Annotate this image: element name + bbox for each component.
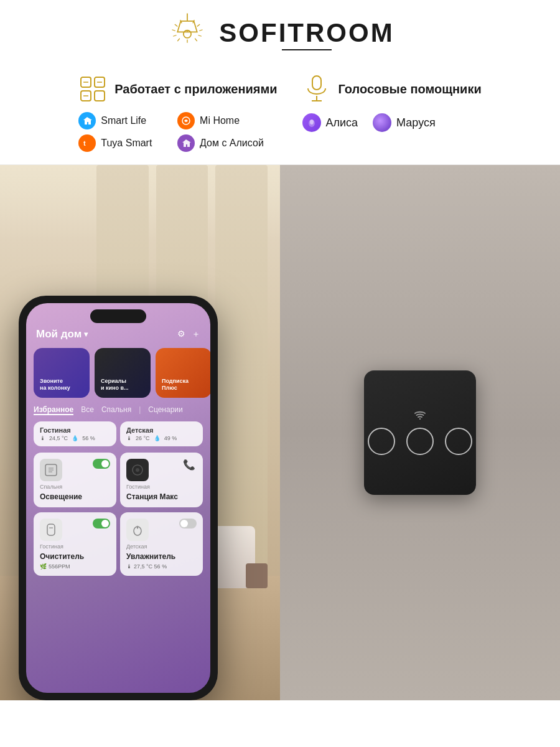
phone-card-1-label: Звоните на колонку [37,375,73,394]
voice-title-row: Голосовые помощники [302,75,482,103]
mi-home-icon [177,112,195,129]
svg-rect-35 [47,524,55,535]
mi-home-label: Mi Home [200,115,240,126]
brand-name: SOFITROOM [219,18,394,48]
phone-tabs: Избранное Все Спальня | Сценарии [26,400,210,418]
device-purifier[interactable]: Гостиная Очиститель 🌿 556PPM [34,512,116,576]
phone-card-2[interactable]: Сериалы и кино в... [95,348,151,398]
device-station-top: 📞 [126,459,197,481]
svg-line-7 [174,35,177,37]
switch-button-2[interactable] [406,428,434,455]
device-station-icon [126,459,149,481]
alisa-icon [302,113,321,132]
switch-buttons-row [368,428,472,455]
room-card-kids[interactable]: Детская 🌡 26 °C 💧 49 % [120,421,203,446]
humidifier-toggle[interactable] [179,519,197,529]
device-lighting-top [40,459,110,481]
voice-items: Алиса Маруся [302,113,436,132]
marusa-label: Маруся [396,116,436,129]
phone-room-cards: Гостиная 🌡 24,5 °C 💧 56 % Детская [26,418,210,450]
humidifier-sensor: 🌡 27,5 °C 56 % [126,563,197,570]
settings-icon[interactable]: ⚙ [177,329,185,340]
svg-line-8 [198,35,202,37]
dom-label: Дом с Алисой [200,138,264,149]
purifier-name: Очиститель [40,552,110,561]
smart-life-icon [78,112,96,129]
room-living-stats: 🌡 24,5 °C 💧 56 % [40,435,110,441]
voice-block: Голосовые помощники Алиса Маруся [302,75,482,132]
tab-separator: | [139,405,141,415]
app-mi-home: Mi Home [177,112,264,129]
phone-card-3[interactable]: Подписка Плюс [156,348,210,398]
voice-marusa: Маруся [373,113,436,132]
svg-line-9 [172,30,175,31]
main-bottom: Мой дом ▾ ⚙ ＋ Звоните на колонку [0,165,560,700]
svg-line-5 [178,39,180,41]
voice-title: Голосовые помощники [338,82,482,96]
switch-button-3[interactable] [445,428,472,455]
svg-text:t: t [83,139,86,147]
switch-button-1[interactable] [368,428,395,455]
device-station[interactable]: 📞 Гостиная Станция Макс [120,453,203,507]
room-kids-title: Детская [126,426,197,434]
apps-title: Работает с приложениями [114,82,277,96]
room-living-title: Гостиная [40,426,110,434]
mic-feature-icon [302,75,331,103]
room-card-living[interactable]: Гостиная 🌡 24,5 °C 💧 56 % [34,421,116,446]
right-panel [280,165,560,700]
device-humidifier-top [126,519,197,541]
switch-wifi-icon [414,411,426,421]
tuya-label: Tuya Smart [101,138,152,149]
svg-line-12 [197,24,200,27]
wall-panel-3 [215,165,268,576]
room-kids-stats: 🌡 26 °C 💧 49 % [126,435,197,441]
brand-name-block: SOFITROOM [219,18,394,50]
tab-all[interactable]: Все [81,405,94,415]
svg-point-28 [310,120,314,125]
apps-grid: Smart Life Mi Home t Tuy [78,112,264,152]
app-tuya: t Tuya Smart [78,134,165,152]
purifier-toggle[interactable] [93,519,110,529]
dom-icon [177,134,195,152]
device-humidifier[interactable]: Детская Увлажнитель 🌡 27,5 °C 56 % [120,512,203,576]
apps-feature-icon [78,75,107,103]
device-purifier-icon [40,519,62,541]
phone-card-1[interactable]: Звоните на колонку [34,348,90,398]
purifier-location: Гостиная [40,543,110,550]
apps-title-row: Работает с приложениями [78,75,277,103]
svg-line-10 [200,30,203,31]
phone-card-2-label: Сериалы и кино в... [98,375,131,394]
alisa-label: Алиса [326,116,358,129]
app-dom: Дом с Алисой [177,134,264,152]
svg-point-38 [419,418,421,419]
add-icon[interactable]: ＋ [192,329,200,340]
app-smart-life: Smart Life [78,112,165,129]
station-location: Гостиная [126,484,197,490]
lighting-toggle[interactable] [93,459,110,469]
humidifier-location: Детская [126,543,197,550]
features-section: Работает с приложениями Smart Life [0,63,560,165]
tab-scenes[interactable]: Сценарии [148,405,182,415]
phone-card-3-label: Подписка Плюс [159,375,191,394]
marusa-icon [373,113,391,132]
voice-alisa: Алиса [302,113,358,132]
device-lighting-icon [40,459,62,481]
lighting-location: Спальня [40,484,110,490]
phone-screen: Мой дом ▾ ⚙ ＋ Звоните на колонку [26,303,210,693]
tuya-icon: t [78,134,96,152]
purifier-sensor: 🌿 556PPM [40,563,110,570]
tab-favorites[interactable]: Избранное [34,405,73,415]
apps-block: Работает с приложениями Smart Life [78,75,277,152]
phone-outer: Мой дом ▾ ⚙ ＋ Звоните на колонку [19,296,218,700]
svg-point-34 [136,468,139,472]
smart-switch [364,370,476,495]
lighting-name: Освещение [40,492,110,501]
device-lighting[interactable]: Спальня Освещение [34,453,116,507]
phone-cards-row: Звоните на колонку Сериалы и кино в... П… [26,345,210,400]
phone-device-cards-1: Спальня Освещение 📞 Гостиная [26,450,210,510]
svg-line-11 [175,24,177,27]
humidifier-name: Увлажнитель [126,552,197,561]
station-call-icon[interactable]: 📞 [183,459,197,472]
header: SOFITROOM [0,0,560,63]
tab-bedroom[interactable]: Спальня [101,405,131,415]
